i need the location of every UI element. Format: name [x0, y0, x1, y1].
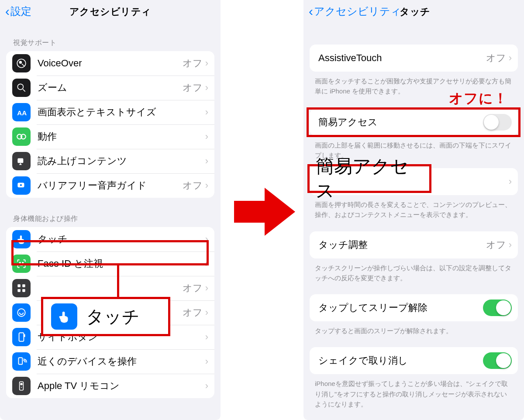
audiodesc-icon	[12, 176, 31, 195]
row-label: AssistiveTouch	[318, 52, 486, 64]
row-tapwake[interactable]: タップしてスリープ解除	[310, 294, 518, 321]
arrow-annotation	[234, 183, 295, 240]
chevron-right-icon: ›	[509, 239, 512, 251]
row-touch-accom[interactable]: タッチ調整 オフ ›	[310, 231, 518, 258]
chevron-right-icon: ›	[205, 307, 208, 318]
section-header-visual: 視覚サポート	[0, 38, 221, 51]
sidebutton-icon	[12, 328, 31, 346]
row-label: 動作	[38, 130, 205, 143]
row-shake[interactable]: シェイクで取り消し	[310, 347, 518, 374]
row-value: オフ	[183, 282, 203, 295]
row-assistivetouch[interactable]: AssistiveTouch オフ ›	[310, 45, 518, 72]
group-tapwake: タップしてスリープ解除	[310, 294, 518, 321]
svg-rect-11	[17, 284, 21, 287]
motion-icon	[12, 127, 31, 146]
svg-point-2	[17, 84, 23, 90]
group-accom: タッチ調整 オフ ›	[310, 231, 518, 258]
group-reach: 簡易アクセス	[310, 109, 518, 136]
chevron-right-icon: ›	[205, 107, 208, 118]
row-label: バリアフリー音声ガイド	[38, 179, 183, 192]
chevron-right-icon: ›	[205, 180, 208, 191]
row-value: オフ	[183, 179, 203, 192]
svg-marker-22	[234, 188, 295, 236]
row-label: 簡易アクセス	[318, 116, 483, 129]
chevron-right-icon: ›	[205, 258, 208, 269]
row-label: 読み上げコンテンツ	[38, 155, 205, 168]
footer-tapwake: タップすると画面のスリープが解除されます。	[303, 321, 524, 336]
svg-rect-12	[22, 284, 25, 287]
row-faceid[interactable]: Face ID と注視 ›	[6, 251, 214, 276]
touch-icon	[12, 230, 31, 248]
row-voiceover[interactable]: VoiceOver オフ ›	[6, 51, 214, 76]
row-appletv[interactable]: Apple TV リモコン ›	[6, 374, 214, 398]
footer-accom: タッチスクリーンが操作しづらい場合は、以下の設定を調整してタッチへの反応を変更で…	[303, 258, 524, 283]
row-label: 画面表示とテキストサイズ	[38, 106, 205, 119]
row-value: オフ	[486, 52, 506, 65]
svg-point-21	[21, 387, 22, 388]
row-label: VoiceOver	[38, 58, 183, 69]
row-touch[interactable]: タッチ ›	[6, 227, 214, 251]
back-button[interactable]: ‹ アクセシビリティ	[309, 4, 401, 18]
row-display[interactable]: AA 画面表示とテキストサイズ ›	[6, 100, 214, 124]
row-label: タップしてスリープ解除	[318, 301, 483, 314]
row-value: オフ	[183, 81, 203, 94]
annotation-off: オフに！	[449, 89, 508, 108]
row-label: ズーム	[38, 81, 183, 94]
svg-rect-6	[17, 158, 23, 163]
chevron-right-icon: ›	[509, 176, 512, 187]
page-title: タッチ	[400, 5, 524, 18]
row-label: シェイクで取り消し	[318, 354, 483, 367]
svg-point-8	[20, 184, 22, 186]
svg-point-1	[19, 61, 22, 64]
appletv-icon	[12, 377, 31, 395]
chevron-right-icon: ›	[205, 155, 208, 167]
spoken-icon	[12, 152, 31, 170]
svg-rect-14	[22, 289, 25, 292]
row-label: Face ID と注視	[38, 257, 205, 270]
touch-icon	[51, 303, 77, 330]
chevron-right-icon: ›	[205, 58, 208, 69]
screenshot-left: ‹ 設定 アクセシビリティ 視覚サポート VoiceOver オフ › ズーム …	[0, 0, 221, 420]
row-value: オフ	[183, 306, 203, 319]
row-label: Apple TV リモコン	[38, 379, 205, 392]
row-label: 近くのデバイスを操作	[38, 355, 205, 368]
chevron-right-icon: ›	[205, 131, 208, 142]
svg-text:AA: AA	[17, 109, 27, 117]
toggle-shake[interactable]	[483, 352, 512, 369]
navbar-left: ‹ 設定 アクセシビリティ	[0, 0, 221, 22]
chevron-left-icon: ‹	[309, 5, 313, 18]
zoom-icon	[12, 79, 31, 97]
svg-point-10	[22, 262, 23, 263]
voicectrl-icon	[12, 303, 31, 322]
chevron-right-icon: ›	[205, 380, 208, 392]
row-label: タッチ	[38, 233, 205, 246]
navbar-right: ‹ アクセシビリティ タッチ	[303, 0, 524, 22]
chevron-right-icon: ›	[205, 82, 208, 93]
group-shake: シェイクで取り消し	[310, 347, 518, 374]
row-spoken[interactable]: 読み上げコンテンツ ›	[6, 149, 214, 173]
callout-touch: タッチ	[41, 297, 170, 336]
svg-rect-18	[19, 358, 23, 364]
row-value: オフ	[183, 57, 203, 70]
group-assistive: AssistiveTouch オフ ›	[310, 45, 518, 72]
callout-reach: 簡易アクセス	[307, 164, 431, 193]
row-nearby[interactable]: 近くのデバイスを操作 ›	[6, 349, 214, 374]
row-label: タッチ調整	[318, 238, 486, 251]
row-reachability[interactable]: 簡易アクセス	[310, 109, 518, 136]
toggle-tapwake[interactable]	[483, 300, 512, 316]
row-audiodesc[interactable]: バリアフリー音声ガイド オフ ›	[6, 173, 214, 198]
row-motion[interactable]: 動作 ›	[6, 124, 214, 149]
chevron-right-icon: ›	[205, 282, 208, 294]
nearby-icon	[12, 352, 31, 371]
toggle-reachability[interactable]	[483, 114, 512, 131]
svg-point-15	[17, 309, 25, 316]
chevron-right-icon: ›	[205, 356, 208, 367]
voiceover-icon	[12, 54, 31, 72]
callout-text: タッチ	[86, 305, 140, 329]
svg-rect-16	[19, 333, 24, 341]
callout-text: 簡易アクセス	[316, 154, 423, 203]
screenshot-right: ‹ アクセシビリティ タッチ AssistiveTouch オフ › 画面をタッ…	[303, 0, 524, 420]
svg-point-9	[20, 262, 21, 263]
group-visual: VoiceOver オフ › ズーム オフ › AA 画面表示とテキストサイズ …	[6, 51, 214, 198]
row-zoom[interactable]: ズーム オフ ›	[6, 76, 214, 100]
